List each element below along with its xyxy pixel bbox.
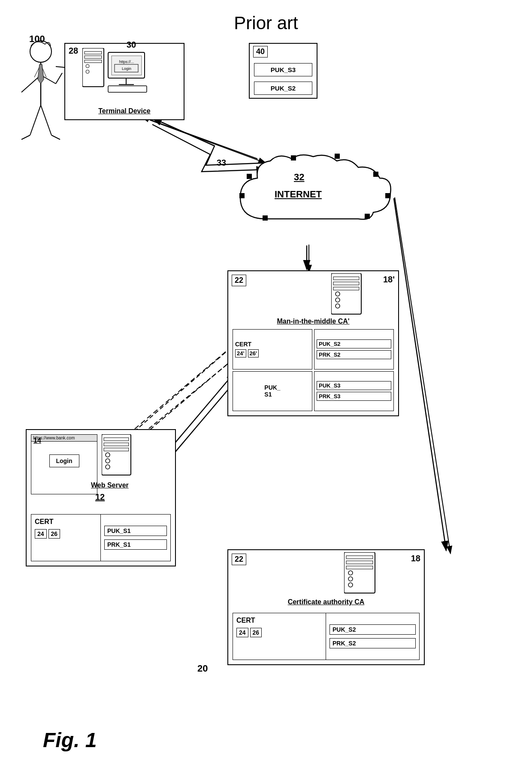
- ref-18prime: 18': [383, 275, 395, 285]
- svg-point-67: [348, 571, 353, 575]
- svg-point-32: [86, 70, 89, 73]
- svg-line-11: [394, 198, 446, 551]
- ref-12: 12: [95, 492, 105, 502]
- svg-rect-50: [333, 277, 359, 280]
- svg-rect-41: [263, 215, 268, 221]
- ca-label: Certificate authority CA: [228, 598, 424, 606]
- svg-rect-52: [333, 287, 359, 290]
- ref-18: 18: [411, 554, 420, 563]
- svg-rect-65: [346, 561, 373, 564]
- ref-28: 28: [69, 46, 78, 56]
- webserver-box: https://www.bank.com Login 14 Web Server…: [26, 429, 176, 566]
- page-title: Prior art: [234, 13, 298, 33]
- svg-rect-63: [344, 552, 375, 593]
- svg-rect-40: [108, 86, 147, 92]
- ref-30: 30: [127, 40, 136, 50]
- login-button[interactable]: Login: [49, 454, 79, 467]
- mitm-puk-s2: PUK_S2: [317, 339, 391, 348]
- mitm-cert-label: CERT: [235, 341, 251, 348]
- ca-cert-block: CERT 24 26: [233, 613, 326, 660]
- svg-point-60: [106, 453, 110, 457]
- svg-rect-28: [85, 51, 102, 54]
- svg-point-16: [30, 41, 51, 62]
- svg-text:Login: Login: [122, 67, 131, 71]
- svg-rect-56: [102, 434, 131, 475]
- mitm-puk-s3-block: PUK_S3 PRK_S3: [314, 371, 394, 412]
- mitm-puk-s3: PUK_S3: [317, 381, 391, 390]
- mitm-puk-s2-block: PUK_S2 PRK_S2: [314, 329, 394, 369]
- svg-point-55: [336, 304, 340, 308]
- ca-cert-num2: 26: [250, 628, 262, 637]
- ca-keys-block: PUK_S2 PRK_S2: [326, 613, 419, 660]
- ws-cert-num1: 24: [35, 529, 47, 539]
- svg-line-4: [395, 197, 450, 554]
- browser-window: https://www.bank.com Login 14: [31, 434, 97, 494]
- svg-point-62: [106, 465, 110, 469]
- svg-line-20: [56, 73, 62, 84]
- ca-puk-s2: PUK_S2: [329, 624, 416, 635]
- svg-line-24: [51, 135, 60, 139]
- mitm-box: 22 18' Man-in-the-middle CA' CERT 24' 26…: [227, 270, 399, 416]
- fig-label: Fig. 1: [43, 728, 97, 752]
- svg-rect-44: [373, 172, 378, 177]
- mitm-cert-num1: 24': [235, 349, 246, 357]
- svg-rect-48: [247, 174, 252, 179]
- svg-rect-66: [346, 566, 373, 569]
- terminal-label: Terminal Device: [65, 107, 184, 115]
- terminal-device-box: 28 https://... Login Terminal Device: [64, 43, 184, 120]
- svg-line-21: [30, 105, 41, 135]
- svg-line-22: [41, 105, 51, 135]
- svg-text:https://...: https://...: [119, 60, 134, 64]
- svg-rect-46: [365, 214, 370, 219]
- webserver-cert-block: CERT 24 26: [31, 515, 101, 561]
- mitm-prk-s3: PRK_S3: [317, 392, 391, 401]
- ca-box: 22 18 Certificate authority CA CERT 24 2…: [227, 549, 425, 665]
- mitm-cert-num2: 26': [248, 349, 259, 357]
- ref-22-mitm: 22: [232, 275, 246, 286]
- ref-20: 20: [197, 663, 208, 674]
- webserver-label: Web Server: [91, 481, 129, 489]
- ws-puk-s1: PUK_S1: [104, 526, 167, 536]
- ca-cert-num1: 24: [236, 628, 248, 637]
- svg-rect-58: [104, 443, 129, 446]
- mitm-label: Man-in-the-middle CA': [228, 318, 398, 325]
- mitm-prk-s2: PRK_S2: [317, 350, 391, 359]
- svg-rect-42: [291, 155, 296, 160]
- svg-rect-51: [333, 282, 359, 285]
- svg-point-31: [86, 64, 89, 68]
- server-icon-ca: [344, 552, 378, 595]
- ws-prk-s1: PRK_S1: [104, 539, 167, 550]
- ref-32: 32: [294, 172, 304, 183]
- internet-label: INTERNET: [275, 189, 322, 200]
- svg-point-68: [348, 577, 353, 581]
- svg-rect-45: [385, 193, 390, 198]
- ref-22-ca: 22: [232, 554, 246, 565]
- svg-point-54: [336, 298, 340, 302]
- svg-rect-47: [239, 193, 245, 198]
- ws-cert-num2: 26: [48, 529, 60, 539]
- svg-point-69: [348, 583, 353, 587]
- ws-cert-label: CERT: [35, 518, 54, 526]
- ref-40: 40: [253, 46, 268, 58]
- ref-33: 33: [217, 158, 226, 168]
- svg-rect-64: [346, 556, 373, 559]
- pubkey-box: 40 PUK_S3 PUK_S2: [249, 43, 317, 99]
- svg-point-61: [106, 459, 110, 463]
- svg-line-23: [21, 135, 30, 139]
- puk-s3: PUK_S3: [254, 63, 312, 76]
- ca-cert-label: CERT: [236, 617, 255, 624]
- mitm-puk-s1-block: PUK_S1: [233, 371, 312, 412]
- svg-rect-43: [335, 154, 340, 159]
- svg-rect-30: [85, 60, 102, 63]
- ca-prk-s2: PRK_S2: [329, 638, 416, 648]
- ref-14: 14: [33, 437, 41, 445]
- svg-rect-59: [104, 448, 129, 451]
- internet-cloud: 32 INTERNET: [232, 150, 395, 245]
- mitm-cert-block: CERT 24' 26': [233, 329, 312, 369]
- svg-point-53: [336, 292, 340, 296]
- svg-rect-57: [104, 438, 129, 441]
- server-icon-mitm: [331, 273, 366, 316]
- webserver-keys-block: PUK_S1 PRK_S1: [101, 515, 170, 561]
- server-icon-web: [102, 434, 134, 477]
- diagram-container: Prior art Fig. 1: [0, 0, 532, 769]
